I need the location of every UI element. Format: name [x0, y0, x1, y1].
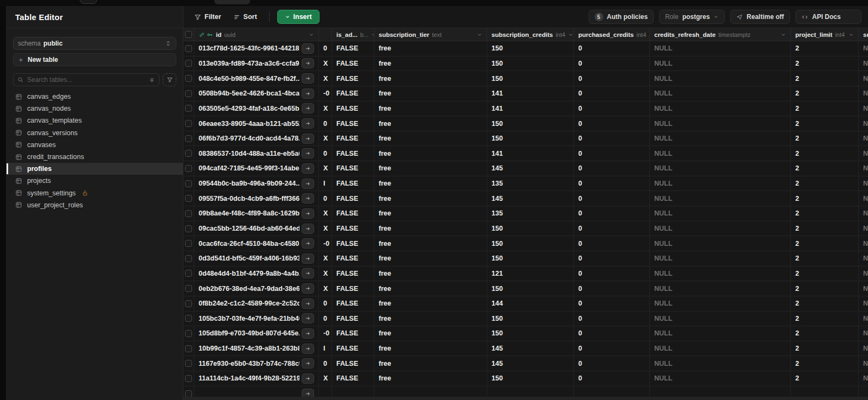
cell-id[interactable]: 09cac5bb-1256-46bd-ab60-64ed...	[194, 221, 319, 236]
cell-subscription_credits[interactable]: 150	[487, 116, 574, 131]
cell-purchased_credits[interactable]: 0	[574, 206, 650, 221]
cell-credits_refresh_date[interactable]: NULL	[650, 371, 791, 386]
cell-subscription_credits[interactable]: 150	[487, 312, 574, 326]
cell-id[interactable]: 013e039a-fd89-473a-a3c6-ccfa9...	[194, 56, 319, 71]
cell-is_admin[interactable]: FALSE	[332, 56, 374, 71]
cell-project_limit[interactable]: 2	[791, 71, 859, 86]
cell-project_limit[interactable]: 2	[791, 221, 859, 236]
search-tables-input[interactable]	[27, 76, 145, 84]
cell-id[interactable]: 10b99c1f-4857-4c39-a8b1-263b8...	[194, 341, 319, 356]
cell-credits_refresh_date[interactable]: NULL	[650, 206, 791, 221]
filter-tables-button[interactable]	[163, 73, 176, 86]
insert-button[interactable]: Insert	[277, 10, 320, 24]
cell-id[interactable]: 06f6b7d3-977d-4cd0-acd4-4a78...	[194, 131, 319, 146]
cell-subscription_credits[interactable]: 150	[487, 281, 574, 296]
cell-subscription_tier[interactable]: free	[374, 41, 487, 56]
cell-subscription_tier[interactable]: free	[374, 356, 487, 371]
cell-subscription_tier[interactable]: free	[374, 251, 487, 266]
cell-clipped[interactable]: X	[319, 281, 332, 296]
cell-purchased_credits[interactable]: 0	[574, 161, 650, 176]
cell-credits_refresh_date[interactable]: NULL	[650, 101, 791, 116]
expand-row-button[interactable]	[302, 73, 314, 84]
cell-id[interactable]: 0508b94b-5ee2-4626-bca1-4bca...	[194, 86, 319, 101]
row-checkbox[interactable]	[185, 120, 192, 127]
cell-credits_refresh_date[interactable]: NULL	[650, 191, 791, 206]
cell-su[interactable]: NU	[859, 56, 868, 71]
cell-su[interactable]: NU	[859, 236, 868, 251]
cell-subscription_credits[interactable]: 145	[487, 341, 574, 356]
cell-purchased_credits[interactable]: 0	[574, 251, 650, 266]
cell-project_limit[interactable]: 2	[791, 41, 859, 56]
row-checkbox[interactable]	[185, 75, 192, 82]
auth-policies-button[interactable]: 5 Auth policies	[589, 10, 654, 24]
cell-subscription_credits[interactable]: 150	[487, 56, 574, 71]
cell-purchased_credits[interactable]: 0	[574, 56, 650, 71]
cell-purchased_credits[interactable]: 0	[574, 236, 650, 251]
row-checkbox[interactable]	[185, 225, 192, 232]
cell-credits_refresh_date[interactable]: NULL	[650, 41, 791, 56]
cell-su[interactable]: NU	[859, 206, 868, 221]
expand-row-button[interactable]	[302, 118, 314, 129]
cell-su[interactable]: NU	[859, 221, 868, 236]
cell-is_admin[interactable]: FALSE	[332, 191, 374, 206]
expand-row-button[interactable]	[302, 253, 314, 264]
cell-su[interactable]: NU	[859, 161, 868, 176]
row-checkbox[interactable]	[185, 300, 192, 307]
cell-id[interactable]: 09b8ae4e-f48c-4f89-8a8c-1629b...	[194, 206, 319, 221]
cell-is_admin[interactable]: FALSE	[332, 86, 374, 101]
cell-clipped[interactable]: 0	[319, 41, 332, 56]
cell-credits_refresh_date[interactable]: NULL	[650, 236, 791, 251]
cell-is_admin[interactable]: FALSE	[332, 41, 374, 56]
sidebar-item-canvases[interactable]: canvases	[7, 139, 183, 151]
cell-credits_refresh_date[interactable]: NULL	[650, 161, 791, 176]
cell-is_admin[interactable]: FALSE	[332, 161, 374, 176]
cell-is_admin[interactable]: FALSE	[332, 116, 374, 131]
row-checkbox[interactable]	[185, 285, 192, 292]
expand-row-button[interactable]	[302, 193, 314, 204]
cell-project_limit[interactable]: 2	[791, 206, 859, 221]
cell-is_admin[interactable]: FALSE	[332, 371, 374, 386]
cell-is_admin[interactable]: FALSE	[332, 356, 374, 371]
row-checkbox[interactable]	[185, 45, 192, 52]
cell-is_admin[interactable]: FALSE	[332, 251, 374, 266]
cell-subscription_tier[interactable]: free	[374, 341, 487, 356]
cell-su[interactable]: NU	[859, 341, 868, 356]
cell-su[interactable]	[859, 386, 868, 397]
cell-su[interactable]: NU	[859, 176, 868, 191]
cell-credits_refresh_date[interactable]: NULL	[650, 131, 791, 146]
cell-id[interactable]	[194, 386, 319, 397]
cell-purchased_credits[interactable]: 0	[574, 71, 650, 86]
cell-project_limit[interactable]: 2	[791, 312, 859, 326]
cell-id[interactable]: 09557f5a-0dcb-4cb9-a6fb-fff366...	[194, 191, 319, 206]
horizontal-scrollbar[interactable]	[183, 397, 868, 400]
cell-id[interactable]: 1167e930-e5b0-43b7-b74c-788c9...	[194, 356, 319, 371]
cell-subscription_tier[interactable]: free	[374, 312, 487, 326]
role-select-button[interactable]: Role postgres	[659, 10, 725, 24]
cell-credits_refresh_date[interactable]: NULL	[650, 341, 791, 356]
cell-credits_refresh_date[interactable]: NULL	[650, 221, 791, 236]
cell-su[interactable]: NU	[859, 356, 868, 371]
cell-subscription_credits[interactable]: 150	[487, 221, 574, 236]
cell-id[interactable]: 0d3d541d-bf5c-459f-a406-16b93...	[194, 251, 319, 266]
sidebar-item-projects[interactable]: projects	[7, 175, 183, 187]
cell-project_limit[interactable]: 2	[791, 371, 859, 386]
cell-clipped[interactable]: X	[319, 266, 332, 281]
cell-project_limit[interactable]: 2	[791, 341, 859, 356]
cell-project_limit[interactable]	[791, 386, 859, 397]
cell-subscription_credits[interactable]: 150	[487, 326, 574, 341]
cell-subscription_tier[interactable]: free	[374, 296, 487, 311]
cell-subscription_credits[interactable]: 150	[487, 71, 574, 86]
sidebar-item-canvas_templates[interactable]: canvas_templates	[7, 115, 183, 126]
cell-purchased_credits[interactable]: 0	[574, 296, 650, 311]
cell-purchased_credits[interactable]: 0	[574, 281, 650, 296]
row-checkbox[interactable]	[185, 240, 192, 247]
expand-row-button[interactable]	[302, 328, 314, 339]
cell-is_admin[interactable]	[332, 386, 374, 397]
cell-clipped[interactable]: 0	[319, 296, 332, 311]
cell-su[interactable]: NU	[859, 146, 868, 161]
expand-row-button[interactable]	[302, 103, 314, 113]
cell-subscription_credits[interactable]: 150	[487, 371, 574, 386]
cell-clipped[interactable]: X	[319, 161, 332, 176]
cell-su[interactable]: NU	[859, 71, 868, 86]
cell-clipped[interactable]	[319, 386, 332, 397]
